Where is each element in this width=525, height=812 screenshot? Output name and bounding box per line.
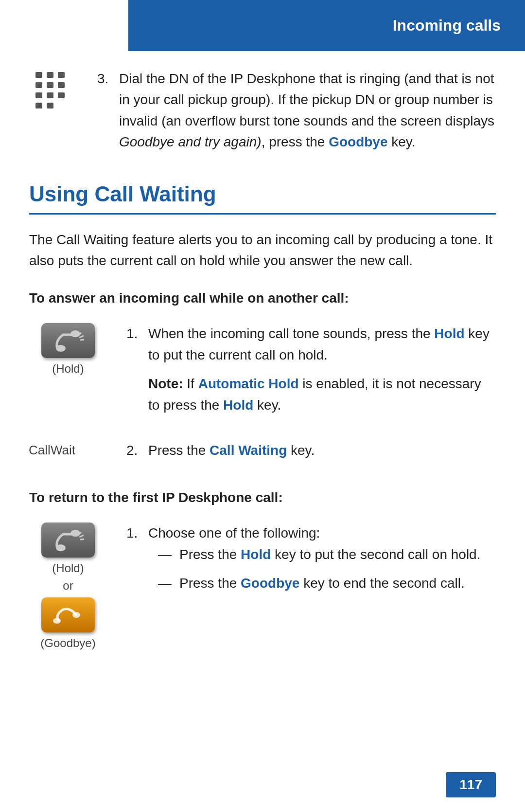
note-hold-link2: Hold: [223, 397, 253, 413]
step2-row: 2. Press the Call Waiting key.: [126, 440, 315, 461]
step1-return-row: 1. Choose one of the following: — Press …: [126, 523, 496, 601]
note-bold: Note:: [148, 376, 183, 391]
keypad-dot: [35, 92, 42, 98]
note-text3: key.: [253, 397, 281, 413]
step2-text2: key.: [287, 443, 315, 458]
step1-return-instruction: 1. Choose one of the following: — Press …: [126, 523, 496, 601]
choose-text-2a: Press the: [179, 576, 241, 591]
choose-item-2: — Press the Goodbye key to end the secon…: [148, 573, 496, 594]
hold-key-image-2: [41, 523, 95, 558]
step1-return-body: Choose one of the following: — Press the…: [148, 523, 496, 601]
choose-item-1: — Press the Hold key to put the second c…: [148, 544, 496, 565]
step3-row: 3. Dial the DN of the IP Deskphone that …: [97, 68, 496, 153]
or-label: or: [63, 579, 73, 593]
keypad-dot: [35, 72, 42, 78]
subsection2-heading: To return to the first IP Deskphone call…: [29, 490, 496, 505]
step1-number: 1.: [126, 323, 148, 344]
step1-text: When the incoming call tone sounds, pres…: [148, 326, 434, 341]
keypad-dot: [47, 72, 53, 78]
step3-after-italic: , press the: [262, 134, 329, 149]
hold-key-col: (Hold): [29, 323, 107, 376]
hold-key-image: [41, 323, 95, 358]
step1-instruction: 1. When the incoming call tone sounds, p…: [126, 323, 496, 415]
section-title: Using Call Waiting: [29, 182, 496, 215]
goodbye-key-image: [41, 597, 95, 632]
callwait-link: Call Waiting: [210, 443, 287, 458]
keypad-dot: [35, 103, 42, 108]
keypad-icon: [29, 68, 73, 110]
note-text: Note: If Automatic Hold is enabled, it i…: [148, 373, 496, 415]
step1-row: 1. When the incoming call tone sounds, p…: [126, 323, 496, 415]
main-content: 3. Dial the DN of the IP Deskphone that …: [0, 0, 525, 713]
callwait-label: CallWait: [29, 443, 75, 458]
step2-number: 2.: [126, 440, 148, 461]
instruction-row-2: (Hold) or (Goodbye) 1. Choose one of the…: [29, 523, 496, 650]
using-call-waiting-section: Using Call Waiting The Call Waiting feat…: [29, 182, 496, 271]
step3-body: Dial the DN of the IP Deskphone that is …: [119, 68, 496, 153]
keypad-dot: [35, 82, 42, 88]
page-number: 117: [446, 772, 496, 797]
choose-text-1a: Press the: [179, 547, 241, 562]
step1-return-number: 1.: [126, 523, 148, 543]
choose-text-1b: key to put the second call on hold.: [271, 547, 480, 562]
step3-italic: Goodbye and try again): [119, 134, 262, 149]
step1-hold-link: Hold: [434, 326, 464, 341]
goodbye-label: (Goodbye): [40, 636, 95, 650]
step1-return-intro: Choose one of the following:: [148, 525, 320, 541]
step3-end: key.: [388, 134, 416, 149]
choose-item-1-text: Press the Hold key to put the second cal…: [179, 544, 480, 565]
hold-label-1: (Hold): [52, 362, 84, 376]
hold-goodbye-col: (Hold) or (Goodbye): [29, 523, 107, 650]
note-text-part: If: [183, 376, 198, 391]
keypad-dot: [47, 92, 53, 98]
callwait-row: CallWait 2. Press the Call Waiting key.: [29, 440, 496, 461]
step3-number: 3.: [97, 68, 119, 89]
step3-text: Dial the DN of the IP Deskphone that is …: [119, 71, 494, 128]
svg-line-12: [80, 539, 84, 540]
hold-key-svg-2: [51, 529, 85, 551]
note-auto-hold-link: Automatic Hold: [198, 376, 299, 391]
choose-list: — Press the Hold key to put the second c…: [148, 544, 496, 594]
instruction-row-1: (Hold) 1. When the incoming call tone so…: [29, 323, 496, 415]
step2-text: Press the: [148, 443, 210, 458]
step3-content: 3. Dial the DN of the IP Deskphone that …: [97, 68, 496, 153]
dash-1: —: [158, 544, 172, 565]
step1-body: When the incoming call tone sounds, pres…: [148, 323, 496, 415]
step2-body: Press the Call Waiting key.: [148, 440, 315, 461]
choose-item-2-text: Press the Goodbye key to end the second …: [179, 573, 465, 594]
hold-label-2: (Hold): [52, 561, 84, 575]
callwait-icon-col: CallWait: [29, 442, 107, 459]
step3-section: 3. Dial the DN of the IP Deskphone that …: [29, 68, 496, 153]
dash-2: —: [158, 573, 172, 594]
svg-line-11: [79, 535, 84, 537]
keypad-dot: [58, 72, 65, 78]
goodbye-key-svg: [51, 604, 85, 626]
callwait-instruction: 2. Press the Call Waiting key.: [126, 440, 315, 461]
svg-point-13: [53, 618, 61, 624]
keypad-dot: [58, 82, 65, 88]
keypad-dot: [47, 103, 53, 108]
goodbye-link-choose: Goodbye: [241, 576, 299, 591]
step3-goodbye-link: Goodbye: [329, 134, 387, 149]
keypad-dot: [47, 82, 53, 88]
hold-key-svg: [51, 330, 85, 352]
svg-line-4: [80, 340, 84, 340]
hold-link-choose: Hold: [241, 547, 271, 562]
svg-line-3: [79, 336, 84, 338]
section-intro: The Call Waiting feature alerts you to a…: [29, 229, 496, 271]
subsection1-heading: To answer an incoming call while on anot…: [29, 290, 496, 306]
choose-text-2b: key to end the second call.: [299, 576, 464, 591]
keypad-grid: [35, 72, 67, 110]
svg-point-14: [72, 612, 80, 618]
keypad-dot: [58, 92, 65, 98]
